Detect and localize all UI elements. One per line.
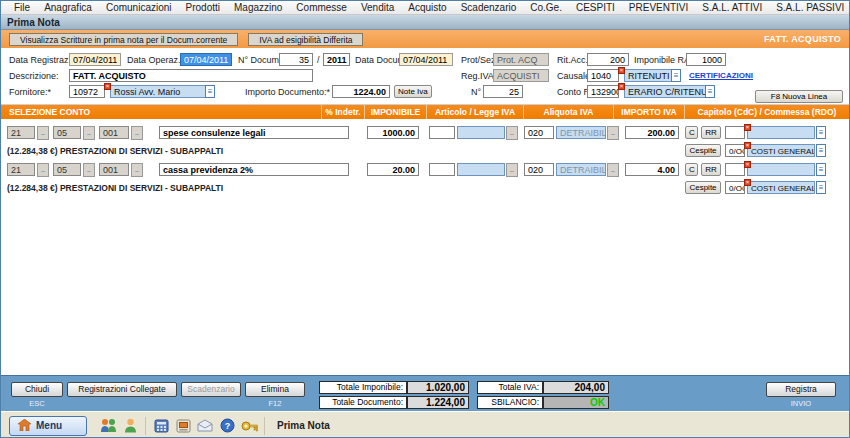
menu-comunicazioni[interactable]: Comunicazioni (99, 2, 179, 13)
importo-iva-field[interactable]: 4.00 (625, 163, 679, 176)
note-iva-button[interactable]: Note Iva (394, 85, 432, 98)
articolo-code-field[interactable] (429, 163, 455, 176)
n-docum-field[interactable]: 35 (279, 53, 313, 66)
menu-button[interactable]: Menu (9, 416, 87, 436)
capitolo-code-field[interactable] (725, 163, 745, 176)
f8-nuova-linea-button[interactable]: F8 Nuova Linea (755, 90, 843, 103)
fornitore-code-field[interactable]: 10972 (69, 85, 105, 98)
fornitore-name-field[interactable]: Rossi Avv. Mario (110, 85, 206, 98)
commessa-code-field[interactable]: 0/OG (725, 181, 745, 194)
conto-sottoconto-lookup-button[interactable]: .. (131, 126, 143, 140)
rr-button[interactable]: RR (701, 126, 721, 139)
certificazioni-link[interactable]: CERTIFICAZIONI (689, 71, 753, 80)
visualizza-scritture-button[interactable]: Visualizza Scritture in prima nota per i… (9, 33, 238, 46)
importo-documento-field[interactable]: 1224.00 (332, 85, 390, 98)
menu-sal-passivi[interactable]: S.A.L. PASSIVI (769, 2, 850, 13)
n-docum-anno-field[interactable]: 2011 (323, 53, 350, 66)
commessa-dropdown-icon[interactable] (816, 181, 826, 194)
articolo-code-field[interactable] (429, 126, 455, 139)
conto-sottoconto-lookup-button[interactable]: .. (131, 163, 143, 177)
menu-sal-attivi[interactable]: S.A.L. ATTIVI (695, 2, 769, 13)
conto-mastro-field[interactable]: 21 (7, 126, 35, 139)
capitolo-dropdown-icon[interactable] (816, 163, 826, 176)
conto-gruppo-lookup-button[interactable]: .. (83, 126, 95, 140)
descrizione-field[interactable]: FATT. ACQUISTO (69, 69, 313, 82)
menu-vendita[interactable]: Vendita (354, 2, 401, 13)
registrazioni-collegate-button[interactable]: Registrazioni Collegate (67, 382, 177, 397)
calcola-iva-button[interactable]: C (685, 126, 698, 139)
causale-desc-field[interactable]: RITENUTI (624, 69, 672, 82)
cespite-button[interactable]: Cespite (685, 144, 721, 157)
commessa-desc-field[interactable]: COSTI GENERALI (747, 144, 815, 157)
conto-gruppo-field[interactable]: 05 (53, 126, 81, 139)
capitolo-code-field[interactable] (725, 126, 745, 139)
menu-magazzino[interactable]: Magazzino (227, 2, 289, 13)
menu-file[interactable]: File (7, 2, 37, 13)
articolo-lookup-button[interactable]: .. (506, 163, 518, 177)
utente-icon[interactable] (119, 415, 141, 437)
imponibile-field[interactable]: 20.00 (367, 163, 419, 176)
importo-iva-field[interactable]: 200.00 (625, 126, 679, 139)
scadenzario-button[interactable]: Scadenzario (181, 382, 241, 397)
aliquota-code-field[interactable]: 020 (524, 163, 554, 176)
mail-icon[interactable] (194, 415, 216, 437)
key-icon[interactable] (238, 415, 260, 437)
calcola-iva-button[interactable]: C (685, 163, 698, 176)
causale-dropdown-icon[interactable] (671, 69, 681, 82)
articolo-lookup-button[interactable]: .. (506, 126, 518, 140)
causale-code-field[interactable]: 1040 (587, 69, 619, 82)
conto-ra-dropdown-icon[interactable] (705, 85, 715, 98)
imponibile-field[interactable]: 1000.00 (367, 126, 419, 139)
conto-sottoconto-field[interactable]: 001 (99, 163, 129, 176)
cespite-button[interactable]: Cespite (685, 181, 721, 194)
help-icon[interactable]: ? (216, 415, 238, 437)
capitolo-desc-field[interactable] (747, 126, 815, 139)
registra-button[interactable]: Registra (766, 382, 836, 397)
commessa-dropdown-icon[interactable] (816, 144, 826, 157)
menu-anagrafica[interactable]: Anagrafica (37, 2, 99, 13)
iva-esigibilita-differita-button[interactable]: IVA ad esigibilità Differita (248, 33, 363, 46)
capitolo-desc-field[interactable] (747, 163, 815, 176)
articolo-desc-field[interactable] (457, 126, 505, 139)
conto-ra-code-field[interactable]: 132900 (587, 85, 619, 98)
conto-gruppo-lookup-button[interactable]: .. (83, 163, 95, 177)
menu-commesse[interactable]: Commesse (289, 2, 354, 13)
aliquota-lookup-button[interactable]: .. (607, 163, 619, 177)
required-flag-icon (104, 83, 111, 90)
articolo-desc-field[interactable] (457, 163, 505, 176)
data-registraz-field[interactable]: 07/04/2011 (69, 53, 121, 66)
menu-preventivi[interactable]: PREVENTIVI (622, 2, 695, 13)
conto-descrizione-field[interactable]: cassa previdenza 2% (159, 163, 349, 176)
clienti-icon[interactable] (97, 415, 119, 437)
rit-acc-field[interactable]: 200 (587, 53, 629, 66)
conto-mastro-field[interactable]: 21 (7, 163, 35, 176)
capitolo-dropdown-icon[interactable] (816, 126, 826, 139)
chiudi-button[interactable]: Chiudi (11, 382, 63, 397)
commessa-code-field[interactable]: 0/OG (725, 144, 745, 157)
data-operaz-field[interactable]: 07/04/2011 (180, 53, 232, 66)
aliquota-code-field[interactable]: 020 (524, 126, 554, 139)
data-docum-field[interactable]: 07/04/2011 (399, 53, 453, 66)
fornitore-label: Fornitore:* (9, 87, 51, 97)
conto-mastro-lookup-button[interactable]: .. (37, 163, 49, 177)
totale-iva-label: Totale IVA: (477, 381, 543, 394)
fornitore-dropdown-icon[interactable] (205, 85, 215, 98)
menu-prodotti[interactable]: Prodotti (179, 2, 227, 13)
imponibile-ra-field[interactable]: 1000 (686, 53, 726, 66)
aliquota-lookup-button[interactable]: .. (607, 126, 619, 140)
pos-terminal-icon[interactable] (172, 415, 194, 437)
conto-sottoconto-field[interactable]: 001 (99, 126, 129, 139)
conto-descrizione-field[interactable]: spese consulenze legali (159, 126, 349, 139)
menu-cespiti[interactable]: CESPITI (569, 2, 622, 13)
conto-gruppo-field[interactable]: 05 (53, 163, 81, 176)
rr-button[interactable]: RR (701, 163, 721, 176)
elimina-button[interactable]: Elimina (245, 382, 305, 397)
commessa-desc-field[interactable]: COSTI GENERALI (747, 181, 815, 194)
conto-ra-desc-field[interactable]: ERARIO C/RITENUTE EFFE (624, 85, 706, 98)
menu-scadenzario[interactable]: Scadenzario (454, 2, 524, 13)
calcolatrice-icon[interactable] (150, 415, 172, 437)
menu-coge[interactable]: Co.Ge. (523, 2, 569, 13)
n-field[interactable]: 25 (483, 85, 523, 98)
conto-mastro-lookup-button[interactable]: .. (37, 126, 49, 140)
menu-acquisto[interactable]: Acquisto (401, 2, 453, 13)
